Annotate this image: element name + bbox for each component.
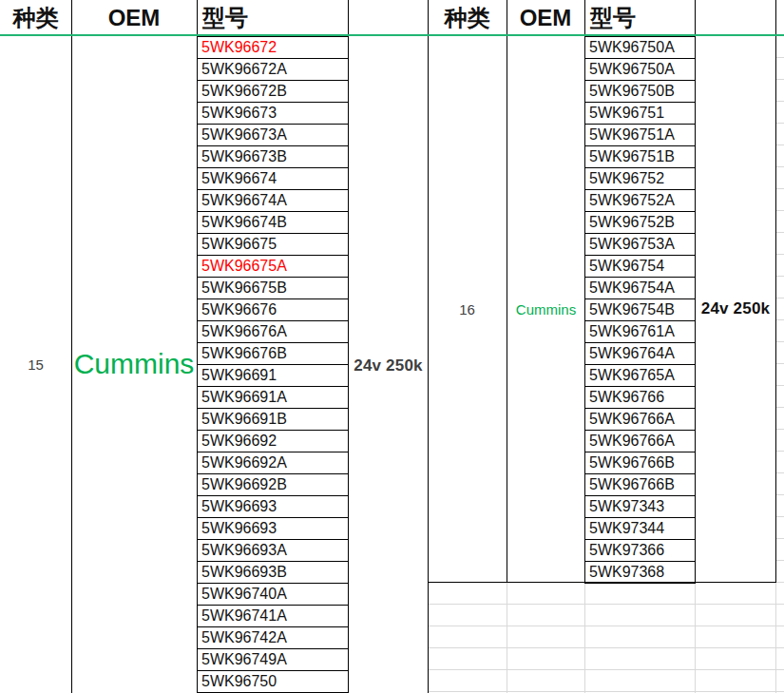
oem-value-cummins-left[interactable]: Cummins: [72, 347, 196, 381]
model-cell[interactable]: 5WK97366: [584, 540, 696, 562]
model-cell[interactable]: 5WK96752B: [584, 212, 696, 234]
model-cell[interactable]: 5WK96750B: [584, 81, 696, 103]
model-cell[interactable]: 5WK96692A: [197, 452, 349, 474]
model-cell[interactable]: 5WK96742A: [197, 627, 349, 649]
kind-value-15[interactable]: 15: [0, 353, 71, 375]
model-cell[interactable]: 5WK96754B: [584, 299, 696, 321]
model-cell[interactable]: 5WK96692: [197, 431, 349, 452]
model-cell[interactable]: 5WK96676A: [197, 321, 349, 343]
model-cell[interactable]: 5WK96692B: [197, 474, 349, 496]
header-model-left[interactable]: 型号: [197, 0, 348, 36]
model-cell[interactable]: 5WK96693B: [197, 562, 349, 584]
model-cell[interactable]: 5WK96766A: [584, 409, 696, 431]
model-cell[interactable]: 5WK96751B: [584, 146, 696, 168]
model-list-right: 5WK96750A5WK96750A5WK96750B5WK967515WK96…: [584, 36, 696, 584]
model-cell[interactable]: 5WK96761A: [584, 321, 696, 343]
model-cell[interactable]: 5WK96750A: [584, 59, 696, 81]
model-cell[interactable]: 5WK97344: [584, 518, 696, 540]
model-cell[interactable]: 5WK96752A: [584, 190, 696, 212]
header-oem-right[interactable]: OEM: [507, 0, 584, 36]
model-cell[interactable]: 5WK96675A: [197, 256, 349, 278]
model-cell[interactable]: 5WK96672A: [197, 59, 349, 81]
model-cell[interactable]: 5WK96751: [584, 103, 696, 125]
model-cell[interactable]: 5WK96674: [197, 168, 349, 190]
model-cell[interactable]: 5WK96754A: [584, 278, 696, 299]
model-cell[interactable]: 5WK96691A: [197, 387, 349, 409]
kind-value-16[interactable]: 16: [428, 298, 507, 320]
model-cell[interactable]: 5WK96691: [197, 365, 349, 387]
model-cell[interactable]: 5WK96676: [197, 299, 349, 321]
model-cell[interactable]: 5WK96672B: [197, 81, 349, 103]
column-border: [507, 0, 507, 583]
model-cell[interactable]: 5WK96693: [197, 518, 349, 540]
model-cell[interactable]: 5WK96751A: [584, 125, 696, 146]
column-border: [775, 0, 776, 583]
model-cell[interactable]: 5WK96673B: [197, 146, 349, 168]
header-model-right[interactable]: 型号: [584, 0, 695, 36]
model-cell[interactable]: 5WK97343: [584, 496, 696, 518]
model-cell[interactable]: 5WK96753A: [584, 234, 696, 256]
model-cell[interactable]: 5WK96750: [197, 671, 349, 693]
header-kind-left[interactable]: 种类: [0, 0, 71, 36]
model-cell[interactable]: 5WK96672: [197, 37, 349, 59]
model-cell[interactable]: 5WK96673A: [197, 125, 349, 146]
model-cell[interactable]: 5WK96676B: [197, 343, 349, 365]
faint-gridline: [507, 583, 507, 693]
header-oem-left[interactable]: OEM: [71, 0, 197, 36]
model-cell[interactable]: 5WK96766B: [584, 452, 696, 474]
model-cell[interactable]: 5WK96674B: [197, 212, 349, 234]
faint-gridline: [775, 583, 776, 693]
model-cell[interactable]: 5WK96765A: [584, 365, 696, 387]
oem-value-cummins-right[interactable]: Cummins: [507, 298, 584, 319]
model-cell[interactable]: 5WK96749A: [197, 649, 349, 671]
model-cell[interactable]: 5WK96675B: [197, 278, 349, 299]
model-cell[interactable]: 5WK96766A: [584, 431, 696, 452]
model-cell[interactable]: 5WK96754: [584, 256, 696, 278]
spec-value-left[interactable]: 24v 250k: [349, 355, 428, 377]
faint-grid-right-sliver: [776, 36, 784, 583]
model-cell[interactable]: 5WK96766B: [584, 474, 696, 496]
model-cell[interactable]: 5WK96693: [197, 496, 349, 518]
model-cell[interactable]: 5WK96750A: [584, 37, 696, 59]
model-cell[interactable]: 5WK96675: [197, 234, 349, 256]
model-cell[interactable]: 5WK96693A: [197, 540, 349, 562]
faint-gridline: [584, 583, 585, 693]
model-cell[interactable]: 5WK96740A: [197, 584, 349, 606]
faint-grid-below-right-table: [428, 583, 784, 693]
spec-value-right[interactable]: 24v 250k: [696, 298, 775, 320]
model-cell[interactable]: 5WK97368: [584, 562, 696, 584]
model-cell[interactable]: 5WK96741A: [197, 606, 349, 627]
model-cell[interactable]: 5WK96674A: [197, 190, 349, 212]
model-cell[interactable]: 5WK96764A: [584, 343, 696, 365]
model-cell[interactable]: 5WK96752: [584, 168, 696, 190]
model-cell[interactable]: 5WK96691B: [197, 409, 349, 431]
spreadsheet: 种类 OEM 型号 种类 OEM 型号 15 Cummins 24v 250k …: [0, 0, 784, 693]
model-list-left: 5WK966725WK96672A5WK96672B5WK966735WK966…: [197, 36, 349, 693]
column-border: [428, 0, 429, 693]
model-cell[interactable]: 5WK96766: [584, 387, 696, 409]
model-cell[interactable]: 5WK96673: [197, 103, 349, 125]
header-kind-right[interactable]: 种类: [428, 0, 507, 36]
faint-gridline: [695, 583, 696, 693]
